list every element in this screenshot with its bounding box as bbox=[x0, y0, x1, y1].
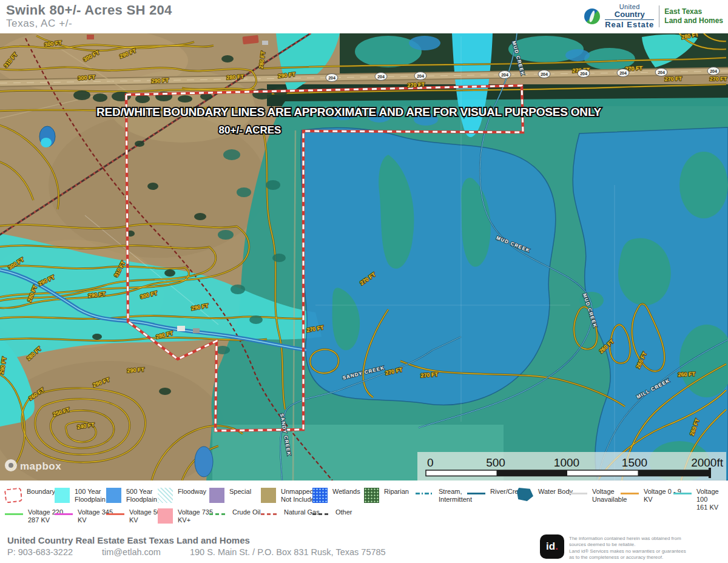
red-roof-house bbox=[87, 35, 94, 39]
flyer-page: Swink 80+/- Acres SH 204 Texas, AC +/- U… bbox=[0, 0, 728, 563]
legend-swatch-line bbox=[569, 493, 587, 494]
legend-item: Voltage Unavailable bbox=[569, 488, 627, 504]
contour-label: 270 FT bbox=[710, 76, 727, 82]
contour-label: 300 FT bbox=[78, 74, 96, 81]
legend-swatch-line bbox=[621, 493, 639, 494]
legend: Boundary100 Year Floodplain500 Year Floo… bbox=[0, 480, 728, 533]
contour-label: 290 FT bbox=[151, 77, 169, 84]
united-country-globe-icon bbox=[584, 8, 600, 24]
land-id-logo-dot: . bbox=[555, 541, 558, 553]
footer-contacts: P: 903-683-3222tim@etlah.com190 S. Main … bbox=[7, 547, 415, 557]
red-roof-building bbox=[242, 35, 258, 45]
legend-label: Special bbox=[229, 488, 251, 496]
footer-address: 190 S. Main St. / P.O. Box 831 Rusk, Tex… bbox=[190, 547, 386, 557]
brand-real-estate: Real Estate bbox=[605, 19, 654, 29]
highway-shield-number: 204 bbox=[710, 69, 717, 73]
legend-label: Voltage 100 161 KV bbox=[696, 488, 728, 512]
legend-swatch-dots bbox=[312, 488, 328, 503]
legend-item: Voltage 500 KV bbox=[106, 508, 164, 524]
contour-label: 260 FT bbox=[678, 371, 695, 377]
boundary-warning-text: RED/WHITE BOUNDARY LINES ARE APPROXIMATE… bbox=[96, 106, 602, 118]
legend-label: Voltage 735 KV+ bbox=[178, 508, 213, 524]
scalebar-label: 1500 bbox=[622, 456, 647, 469]
disclaimer-text: The information contained herein was obt… bbox=[569, 534, 686, 561]
mapbox-wordmark: mapbox bbox=[20, 460, 61, 472]
footer: United Country Real Estate East Texas La… bbox=[0, 533, 728, 563]
brand-united-country: United Country Real Estate bbox=[605, 4, 654, 29]
legend-swatch-hatch bbox=[158, 488, 173, 503]
legend-item: 500 Year Floodplain bbox=[106, 488, 157, 504]
scalebar-label: 0 bbox=[427, 456, 434, 469]
land-id-logo: id. bbox=[540, 534, 564, 559]
legend-label: 100 Year Floodplain bbox=[75, 488, 106, 504]
brand-country: Country bbox=[605, 10, 654, 18]
legend-swatch-line bbox=[467, 493, 485, 494]
mapbox-attribution: mapbox bbox=[5, 459, 61, 472]
highway-shield-number: 204 bbox=[417, 74, 424, 78]
legend-label: Water Body bbox=[538, 488, 573, 496]
legend-swatch-line bbox=[5, 513, 23, 515]
map-canvas: mapbox 300 FT310 FT300 FT290 FT280 FT300… bbox=[0, 33, 728, 480]
legend-item: Crude Oil bbox=[209, 508, 260, 516]
header: Swink 80+/- Acres SH 204 Texas, AC +/- U… bbox=[0, 0, 728, 33]
scalebar-label: 2000ft bbox=[691, 456, 724, 469]
legend-swatch-fill bbox=[261, 488, 276, 503]
legend-swatch-line bbox=[416, 493, 434, 494]
legend-swatch-line bbox=[261, 513, 279, 515]
legend-swatch-line bbox=[55, 513, 73, 515]
footer-disclaimer-block: id. The information contained herein was… bbox=[540, 534, 722, 561]
legend-item: Voltage 100 161 KV bbox=[673, 488, 728, 512]
contour-label: 280 FT bbox=[226, 73, 244, 81]
legend-swatch-fill bbox=[209, 488, 224, 503]
legend-label: Wetlands bbox=[332, 488, 360, 496]
footer-phone: P: 903-683-3222 bbox=[7, 547, 73, 557]
terrain-layer bbox=[0, 33, 728, 480]
scalebar-label: 500 bbox=[486, 456, 505, 469]
legend-label: 500 Year Floodplain bbox=[126, 488, 157, 504]
page-title: Swink 80+/- Acres SH 204 bbox=[6, 2, 172, 18]
contour-label: 270 FT bbox=[664, 75, 682, 82]
contour-label: 270 FT bbox=[420, 371, 439, 379]
legend-item: Special bbox=[209, 488, 251, 503]
highway-shield-number: 204 bbox=[658, 70, 665, 75]
legend-item: Floodway bbox=[158, 488, 206, 503]
legend-swatch-line bbox=[673, 493, 692, 494]
contour-label: 270 FT bbox=[407, 81, 425, 89]
white-barn bbox=[177, 326, 185, 331]
legend-swatch-line bbox=[106, 513, 124, 515]
land-id-logo-text: id bbox=[546, 541, 555, 553]
legend-swatch-poly bbox=[517, 488, 533, 501]
legend-item: 100 Year Floodplain bbox=[55, 488, 106, 504]
legend-item: Natural Gas bbox=[261, 508, 320, 516]
legend-swatch-fill bbox=[55, 488, 70, 503]
page-subtitle: Texas, AC +/- bbox=[6, 18, 72, 30]
legend-item: Riparian bbox=[364, 488, 409, 503]
brand-divider bbox=[659, 5, 659, 27]
highway-shield-number: 204 bbox=[328, 76, 335, 80]
highway-shield-number: 204 bbox=[501, 73, 508, 77]
scalebar-label: 1000 bbox=[554, 456, 579, 469]
legend-item: Water Body bbox=[517, 488, 573, 501]
contour-label: 290 FT bbox=[127, 366, 145, 374]
highway-shield-number: 204 bbox=[377, 75, 385, 79]
legend-item: Voltage 345 KV bbox=[55, 508, 113, 524]
legend-item: Wetlands bbox=[312, 488, 360, 503]
legend-item: Stream, Intermittent bbox=[416, 488, 472, 504]
brand-region: East Texas Land and Homes bbox=[664, 7, 723, 25]
legend-item: Boundary bbox=[5, 488, 55, 502]
legend-label: Floodway bbox=[178, 488, 206, 496]
legend-item: Voltage 735 KV+ bbox=[158, 508, 213, 524]
legend-label: Riparian bbox=[384, 488, 409, 496]
legend-item: Unmapped/ Not Included bbox=[261, 488, 318, 504]
footer-email: tim@etlah.com bbox=[102, 547, 161, 557]
map: mapbox 300 FT310 FT300 FT290 FT280 FT300… bbox=[0, 33, 728, 480]
legend-item: Voltage 0 - 9 KV bbox=[621, 488, 681, 504]
legend-swatch-fill bbox=[106, 488, 121, 503]
legend-swatch-dots bbox=[364, 488, 379, 503]
brand-region-line1: East Texas bbox=[664, 7, 723, 16]
acreage-label: 80+/- ACRES bbox=[219, 124, 281, 136]
legend-swatch-boundary bbox=[4, 488, 22, 504]
brand-logo: United Country Real Estate East Texas La… bbox=[584, 4, 723, 29]
legend-swatch-line bbox=[312, 513, 331, 515]
highway-shield-number: 204 bbox=[619, 71, 627, 75]
